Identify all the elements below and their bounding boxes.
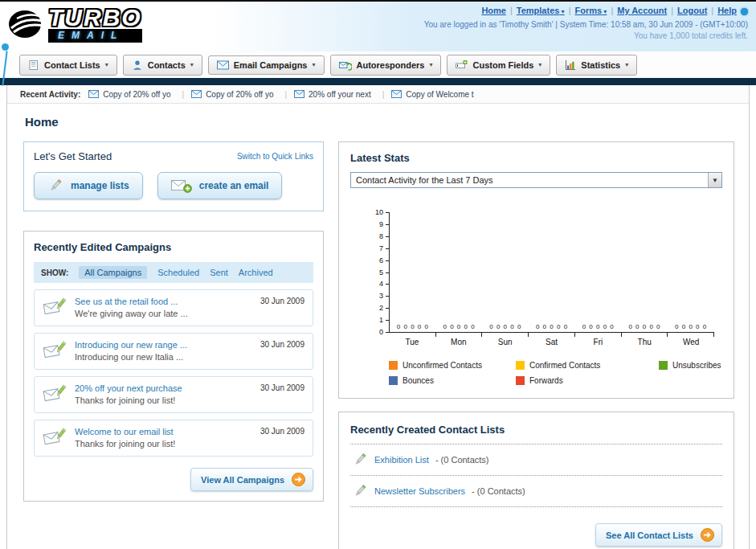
header-link-logout[interactable]: Logout xyxy=(677,6,707,15)
autoresponders-icon xyxy=(339,59,352,71)
switch-quick-links-link[interactable]: Switch to Quick Links xyxy=(237,152,313,161)
campaign-title-link[interactable]: Welcome to our email list xyxy=(75,427,175,436)
recent-activity-item[interactable]: 20% off your next xyxy=(294,90,391,99)
create-email-button[interactable]: create an email xyxy=(157,172,283,199)
envelope-pencil-icon xyxy=(43,383,67,403)
envelope-icon xyxy=(294,90,304,98)
tab-contacts[interactable]: Contacts ▾ xyxy=(123,55,202,76)
bar-value-labels: 0 0 0 0 0 xyxy=(675,323,707,330)
filter-sent[interactable]: Sent xyxy=(210,268,228,277)
contact-list-count: - (0 Contacts) xyxy=(435,455,489,465)
page-title: Home xyxy=(25,115,734,129)
nav-tab-label: Contact Lists xyxy=(44,60,100,70)
recent-contact-lists-panel: Recently Created Contact Lists Exhibitio… xyxy=(338,412,734,549)
brand-name-top: TURBO xyxy=(48,6,142,30)
campaign-title-link[interactable]: Introducing our new range ... xyxy=(75,340,187,350)
recent-activity-link[interactable]: Copy of 20% off yo xyxy=(206,90,273,99)
bar-value-labels: 0 0 0 0 0 xyxy=(397,323,429,330)
chevron-down-icon: ▾ xyxy=(429,61,432,68)
recent-campaigns-panel: Recently Edited Campaigns SHOW: All Camp… xyxy=(23,231,324,502)
campaign-title-link[interactable]: 20% off your next purchase xyxy=(75,383,182,393)
campaign-date: 30 Jun 2009 xyxy=(260,383,304,392)
y-axis-label: 0 xyxy=(366,328,383,336)
nav-tab-label: Custom Fields xyxy=(472,60,533,70)
view-all-campaigns-button[interactable]: View All Campaigns xyxy=(190,468,313,491)
chevron-down-icon: ▾ xyxy=(625,61,628,68)
recent-activity-item[interactable]: Copy of 20% off yo xyxy=(88,90,191,99)
contact-list-row[interactable]: Newsletter Subscribers - (0 Contacts) xyxy=(350,476,722,507)
recent-activity-link[interactable]: Copy of 20% off yo xyxy=(103,90,170,99)
main-nav: Contact Lists ▾ Contacts ▾ Email Campaig… xyxy=(0,51,756,78)
x-axis-label: Wed xyxy=(668,338,714,346)
tab-contact-lists[interactable]: Contact Lists ▾ xyxy=(19,55,117,76)
header-link-home[interactable]: Home xyxy=(481,6,506,15)
contact-list-row[interactable]: Exhibition List - (0 Contacts) xyxy=(350,445,722,476)
logo-swirl-icon xyxy=(8,9,45,39)
legend-label: Confirmed Contacts xyxy=(529,361,600,370)
legend-swatch xyxy=(516,361,525,370)
y-axis-label: 6 xyxy=(366,256,383,264)
filter-scheduled[interactable]: Scheduled xyxy=(157,268,199,277)
legend-swatch xyxy=(389,361,398,370)
envelope-icon xyxy=(88,90,99,98)
campaign-row[interactable]: See us at the retail food ... We're givi… xyxy=(34,289,313,326)
filter-all-campaigns[interactable]: All Campaigns xyxy=(79,266,147,279)
app-header: TURBO EMAIL Home|Templates ▾|Forms ▾|My … xyxy=(0,2,756,51)
campaign-title-link[interactable]: See us at the retail food ... xyxy=(75,297,188,306)
y-axis-label: 4 xyxy=(366,280,383,288)
nav-tab-label: Autoresponders xyxy=(357,60,425,70)
header-link-help[interactable]: Help xyxy=(717,6,737,15)
campaign-row[interactable]: Introducing our new range ... Introducin… xyxy=(34,333,313,370)
campaign-list: See us at the retail food ... We're givi… xyxy=(34,289,313,457)
contact-list-link[interactable]: Newsletter Subscribers xyxy=(374,486,465,496)
contact-lists-icon xyxy=(28,59,39,71)
campaign-row[interactable]: Welcome to our email list Thanks for joi… xyxy=(34,420,313,457)
y-axis-label: 8 xyxy=(366,232,383,240)
link-separator: | xyxy=(569,6,571,15)
contact-list-link[interactable]: Exhibition List xyxy=(374,455,429,465)
recent-activity-link[interactable]: Copy of Welcome t xyxy=(406,90,473,99)
x-axis-label: Tue xyxy=(389,338,435,346)
manage-lists-label: manage lists xyxy=(71,180,129,191)
y-axis-label: 9 xyxy=(366,220,383,228)
campaign-subtitle: Thanks for joining our list! xyxy=(75,439,175,449)
nav-tab-label: Email Campaigns xyxy=(234,60,308,70)
campaign-date: 30 Jun 2009 xyxy=(260,427,304,436)
recent-activity-item[interactable]: Copy of Welcome t xyxy=(391,90,473,99)
see-all-contact-lists-button[interactable]: See All Contact Lists xyxy=(595,523,722,547)
tab-autoresponders[interactable]: Autoresponders ▾ xyxy=(330,55,442,76)
legend-label: Bounces xyxy=(403,376,434,385)
login-info: You are logged in as 'Timothy Smith' | S… xyxy=(424,20,748,29)
bar-value-labels: 0 0 0 0 0 xyxy=(536,323,568,330)
header-link-my-account[interactable]: My Account xyxy=(617,6,667,15)
legend-label: Unsubscribes xyxy=(672,361,721,370)
tab-custom-fields[interactable]: Custom Fields ▾ xyxy=(447,55,550,76)
campaign-subtitle: Thanks for joining our list! xyxy=(75,395,182,405)
bar-value-labels: 0 0 0 0 0 xyxy=(489,323,521,330)
tab-email-campaigns[interactable]: Email Campaigns ▾ xyxy=(208,55,325,75)
y-axis-label: 1 xyxy=(366,316,383,324)
link-separator: | xyxy=(671,6,673,15)
recent-activity-item[interactable]: Copy of 20% off yo xyxy=(191,90,294,99)
manage-lists-button[interactable]: manage lists xyxy=(34,172,143,199)
email-campaigns-icon xyxy=(217,60,229,70)
stats-period-select[interactable]: Contact Activity for the Last 7 Days ▼ xyxy=(350,172,722,188)
main-content: Home Let's Get Started Switch to Quick L… xyxy=(7,104,749,549)
filter-archived[interactable]: Archived xyxy=(239,268,273,277)
get-started-panel: Let's Get Started Switch to Quick Links … xyxy=(23,141,324,211)
recent-activity-link[interactable]: 20% off your next xyxy=(309,90,371,99)
legend-item: Forwards xyxy=(516,376,659,385)
header-link-templates[interactable]: Templates ▾ xyxy=(517,6,565,15)
campaign-row[interactable]: 20% off your next purchase Thanks for jo… xyxy=(34,376,313,413)
campaign-subtitle: We're giving away our late ... xyxy=(75,309,188,318)
bar-value-labels: 0 0 0 0 0 xyxy=(628,323,660,330)
content-frame: Recent Activity: Copy of 20% off yo Copy… xyxy=(6,85,750,549)
y-axis-label: 2 xyxy=(366,304,383,312)
campaigns-title: Recently Edited Campaigns xyxy=(34,241,313,253)
chevron-down-icon: ▾ xyxy=(559,8,564,15)
arrow-right-icon xyxy=(292,473,305,486)
header-link-forms[interactable]: Forms ▾ xyxy=(575,6,607,15)
tab-statistics[interactable]: Statistics ▾ xyxy=(556,55,637,76)
stats-title: Latest Stats xyxy=(350,152,722,164)
envelope-pencil-icon xyxy=(43,340,67,359)
